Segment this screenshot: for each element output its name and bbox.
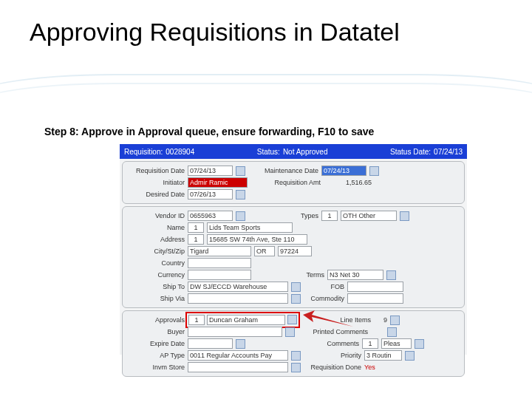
priority-label: Priority: [304, 352, 361, 359]
page-title: Approving Requisitions in Datatel: [30, 18, 400, 47]
detail-icon[interactable]: [415, 339, 424, 349]
shipvia-label: Ship Via: [127, 295, 185, 302]
req-value: 0028904: [166, 148, 194, 156]
terms-field[interactable]: N3 Net 30: [327, 270, 383, 280]
commodity-label: Commodity: [304, 295, 344, 302]
address-label: Address: [127, 236, 185, 243]
lookup-icon[interactable]: [291, 282, 301, 292]
step-text: Step 8: Approve in Approval queue, ensur…: [44, 126, 374, 137]
city-label: City/St/Zip: [127, 248, 185, 255]
fob-label: FOB: [304, 283, 344, 290]
comments-field[interactable]: Pleas: [381, 338, 412, 349]
vendor-id-field[interactable]: 0655963: [188, 211, 233, 221]
calendar-icon[interactable]: [369, 166, 379, 176]
name-field[interactable]: Lids Team Sports: [207, 222, 293, 233]
invm-store-label: Invm Store: [127, 364, 185, 371]
maint-date-field[interactable]: 07/24/13: [321, 166, 366, 176]
desired-date-field[interactable]: 07/26/13: [188, 189, 233, 200]
lookup-icon[interactable]: [287, 315, 297, 324]
vendor-id-label: Vendor ID: [127, 212, 185, 219]
fob-field[interactable]: [347, 282, 403, 292]
aptype-field[interactable]: 0011 Regular Accounts Pay: [188, 350, 288, 361]
country-field[interactable]: [188, 258, 251, 268]
buyer-label: Buyer: [127, 328, 185, 335]
currency-label: Currency: [127, 271, 185, 279]
req-date-label: Requisition Date: [127, 167, 185, 174]
lookup-icon[interactable]: [285, 327, 295, 337]
shipto-field[interactable]: DW SJ/ECCD Warehouse: [188, 282, 288, 292]
req-amt-label: Requisition Amt: [250, 179, 321, 186]
address-field[interactable]: 15685 SW 74th Ave, Ste 110: [207, 234, 307, 245]
datatel-form: Requisition: 0028904 Status: Not Approve…: [120, 144, 467, 355]
approvals-field[interactable]: Duncan Graham: [207, 315, 285, 325]
status-value: Not Approved: [283, 148, 328, 156]
comments-label: Comments: [248, 340, 359, 347]
priority-field[interactable]: 3 Routin: [364, 350, 402, 361]
address-index[interactable]: 1: [188, 234, 204, 245]
section-approvals: Approvals 1 Duncan Graham Line Items 9 B…: [122, 310, 465, 377]
buyer-field[interactable]: [188, 327, 282, 337]
form-header: Requisition: 0028904 Status: Not Approve…: [120, 144, 467, 159]
section-requisition: Requisition Date 07/24/13 Maintenance Da…: [122, 161, 465, 204]
name-index[interactable]: 1: [188, 222, 204, 233]
state-field[interactable]: OR: [254, 246, 275, 256]
types-index[interactable]: 1: [321, 211, 338, 221]
lookup-icon[interactable]: [236, 211, 245, 221]
lineitems-value: 9: [374, 316, 387, 324]
zip-field[interactable]: 97224: [278, 246, 312, 256]
annotation-arrow: [303, 310, 355, 330]
status-date-label: Status Date:: [390, 148, 431, 156]
detail-icon[interactable]: [387, 327, 397, 337]
comments-index[interactable]: 1: [362, 338, 378, 349]
section-vendor: Vendor ID 0655963 Types 1 OTH Other Name…: [122, 206, 465, 308]
initiator-field[interactable]: Admir Ramic: [188, 177, 248, 188]
reqdone-value: Yes: [364, 364, 375, 371]
maint-date-label: Maintenance Date: [248, 167, 318, 174]
expire-date-label: Expire Date: [127, 340, 185, 347]
approvals-index[interactable]: 1: [188, 315, 205, 325]
types-field[interactable]: OTH Other: [341, 211, 397, 221]
commodity-field[interactable]: [347, 293, 403, 304]
calendar-icon[interactable]: [236, 166, 245, 176]
status-label: Status:: [257, 148, 280, 156]
invm-store-field[interactable]: [188, 362, 288, 372]
req-label: Requisition:: [124, 148, 163, 156]
detail-icon[interactable]: [390, 316, 400, 325]
status-date-value: 07/24/13: [434, 148, 463, 156]
shipto-label: Ship To: [127, 283, 185, 290]
city-field[interactable]: Tigard: [188, 246, 251, 256]
dropdown-icon[interactable]: [405, 351, 415, 361]
terms-label: Terms: [254, 271, 324, 279]
initiator-label: Initiator: [127, 179, 185, 186]
lookup-icon[interactable]: [291, 363, 301, 372]
req-amt-value: 1,516.65: [324, 179, 372, 186]
reqdone-label: Requisition Done: [304, 364, 361, 371]
expire-date-field[interactable]: [188, 338, 233, 349]
name-label: Name: [127, 224, 185, 231]
desired-date-label: Desired Date: [127, 191, 185, 198]
calendar-icon[interactable]: [236, 190, 245, 200]
types-label: Types: [248, 212, 318, 219]
approvals-label: Approvals: [127, 316, 185, 324]
dropdown-icon[interactable]: [386, 270, 396, 280]
country-label: Country: [127, 259, 185, 267]
calendar-icon[interactable]: [236, 339, 245, 349]
currency-field[interactable]: [188, 270, 251, 280]
shipvia-field[interactable]: [188, 293, 288, 304]
dropdown-icon[interactable]: [291, 351, 301, 361]
aptype-label: AP Type: [127, 352, 185, 359]
dropdown-icon[interactable]: [291, 294, 301, 304]
dropdown-icon[interactable]: [400, 211, 409, 221]
req-date-field[interactable]: 07/24/13: [188, 166, 233, 176]
